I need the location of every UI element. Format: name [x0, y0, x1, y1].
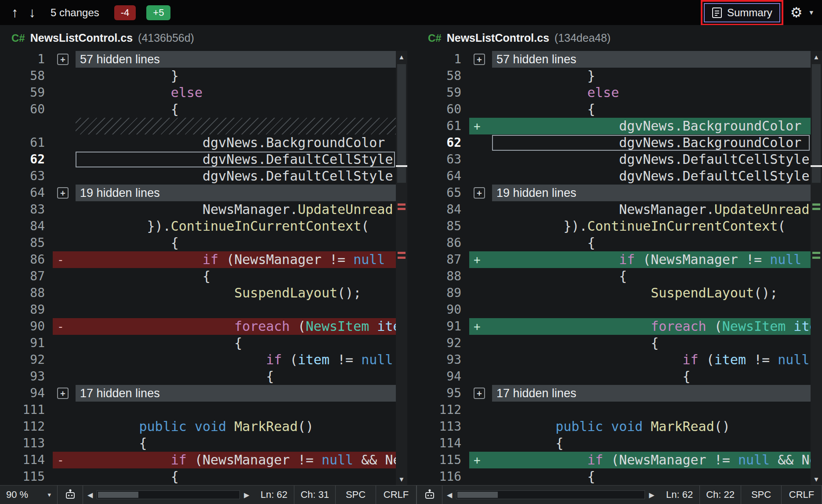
code-line[interactable]: 94 { [416, 368, 811, 385]
code-line[interactable]: 58 } [0, 68, 396, 84]
code-text: if (NewsManager != null && New [492, 452, 811, 468]
code-line[interactable]: 64 dgvNews.DefaultCellStyle [416, 168, 811, 185]
code-line[interactable]: 87+ if (NewsManager != null [416, 251, 811, 268]
code-line[interactable]: 88 SuspendLayout(); [0, 285, 396, 301]
code-line[interactable]: 61+ dgvNews.BackgroundColor [416, 118, 811, 134]
code-line[interactable]: 91+ foreach (NewsItem item [416, 318, 811, 335]
hidden-lines-row[interactable]: 94+17 hidden lines [0, 385, 396, 402]
code-line[interactable]: 86 { [416, 235, 811, 251]
horizontal-scrollbar[interactable] [97, 490, 240, 499]
code-line[interactable]: 113 public void MarkRead() [416, 418, 811, 435]
code-line[interactable]: 84 }).ContinueInCurrentContext( [0, 218, 396, 235]
code-line[interactable]: 114 { [416, 435, 811, 452]
code-line[interactable]: 112 [416, 402, 811, 418]
code-line[interactable]: 90- foreach (NewsItem item [0, 318, 396, 335]
hidden-lines-row[interactable]: 95+17 hidden lines [416, 385, 811, 402]
settings-dropdown-caret-icon[interactable]: ▾ [809, 8, 813, 17]
expand-fold-icon[interactable]: + [57, 388, 69, 399]
code-line[interactable]: 62 dgvNews.DefaultCellStyle [0, 151, 396, 168]
code-line[interactable]: 60 { [416, 101, 811, 118]
code-line[interactable]: 90 [416, 301, 811, 318]
code-line[interactable]: 112 public void MarkRead() [0, 418, 396, 435]
code-line[interactable]: 93 if (item != null [416, 352, 811, 368]
code-line[interactable]: 59 else [416, 84, 811, 101]
code-line[interactable]: 63 dgvNews.DefaultCellStyle [0, 168, 396, 185]
scroll-up-icon[interactable]: ▲ [811, 53, 822, 61]
code-line[interactable]: 113 { [0, 435, 396, 452]
line-number: 111 [0, 402, 53, 418]
code-line[interactable]: 84 NewsManager.UpdateUnread [416, 201, 811, 218]
scroll-up-icon[interactable]: ▲ [396, 53, 407, 61]
right-file-header: C# NewsListControl.cs (134dea48) [416, 25, 822, 51]
summary-button[interactable]: Summary [704, 3, 780, 22]
code-line[interactable]: 114- if (NewsManager != null && New [0, 452, 396, 468]
expand-fold-icon[interactable]: + [474, 187, 485, 199]
line-number: 61 [0, 134, 53, 151]
code-line[interactable]: 88 { [416, 268, 811, 285]
expand-fold-icon[interactable]: + [57, 187, 69, 199]
code-line[interactable]: 86- if (NewsManager != null [0, 251, 396, 268]
line-number: 112 [0, 418, 53, 435]
hscrollbar-thumb[interactable] [98, 492, 138, 498]
hidden-lines-row[interactable]: 1+57 hidden lines [0, 51, 396, 68]
hscroll-left-icon[interactable]: ◀ [447, 491, 452, 499]
code-line[interactable]: 111 [0, 402, 396, 418]
hscroll-left-icon[interactable]: ◀ [87, 491, 93, 499]
code-line[interactable]: 92 { [416, 335, 811, 352]
code-line[interactable]: 59 else [0, 84, 396, 101]
overview-ruler-diff-mark [398, 257, 406, 259]
fold-gutter [53, 151, 76, 168]
code-text: dgvNews.DefaultCellStyle [492, 151, 811, 168]
vertical-scrollbar[interactable]: ▲ ▼ [811, 51, 822, 485]
previous-change-button[interactable]: ↑ [11, 5, 18, 21]
eol-mode-indicator[interactable]: CRLF [782, 486, 822, 504]
code-line[interactable]: 58 } [416, 68, 811, 84]
code-line[interactable]: 115 { [0, 468, 396, 485]
scroll-down-icon[interactable]: ▼ [396, 475, 407, 483]
copilot-button[interactable] [417, 486, 442, 504]
left-editor[interactable]: 1+57 hidden lines58 }59 else60 {61 dgvNe… [0, 51, 416, 485]
code-line[interactable]: 83 NewsManager.UpdateUnread [0, 201, 396, 218]
expand-fold-icon[interactable]: + [474, 54, 485, 65]
hscroll-right-icon[interactable]: ▶ [649, 491, 654, 499]
code-line[interactable]: 63 dgvNews.DefaultCellStyle [416, 151, 811, 168]
hscroll-right-icon[interactable]: ▶ [244, 491, 249, 499]
copilot-button[interactable] [58, 486, 83, 504]
fold-gutter [469, 168, 492, 185]
next-change-button[interactable]: ↓ [29, 5, 36, 21]
fold-gutter [469, 435, 492, 452]
deletions-badge: -4 [114, 5, 136, 20]
code-line[interactable]: 62 dgvNews.BackgroundColor [416, 134, 811, 151]
code-line[interactable]: 92 if (item != null [0, 352, 396, 368]
expand-fold-icon[interactable]: + [57, 54, 69, 65]
code-line[interactable]: 85 }).ContinueInCurrentContext( [416, 218, 811, 235]
fold-gutter [469, 301, 492, 318]
zoom-selector[interactable]: 90 % ▾ [0, 486, 58, 504]
fold-gutter [53, 435, 76, 452]
right-editor[interactable]: 1+57 hidden lines58 }59 else60 {61+ dgvN… [416, 51, 822, 485]
code-line[interactable]: 87 { [0, 268, 396, 285]
scroll-down-icon[interactable]: ▼ [811, 475, 822, 483]
whitespace-mode-indicator[interactable]: SPC [741, 486, 782, 504]
code-line[interactable]: 60 { [0, 101, 396, 118]
code-line[interactable]: 93 { [0, 368, 396, 385]
hidden-lines-row[interactable]: 65+19 hidden lines [416, 185, 811, 201]
code-line[interactable]: 61 dgvNews.BackgroundColor [0, 134, 396, 151]
settings-gear-icon[interactable]: ⚙ [790, 6, 803, 19]
hidden-lines-row[interactable]: 64+19 hidden lines [0, 185, 396, 201]
eol-mode-indicator[interactable]: CRLF [376, 486, 416, 504]
expand-fold-icon[interactable]: + [474, 388, 485, 399]
vertical-scrollbar[interactable]: ▲ ▼ [396, 51, 407, 485]
code-line[interactable]: 116 { [416, 468, 811, 485]
whitespace-mode-indicator[interactable]: SPC [336, 486, 376, 504]
code-line[interactable]: 91 { [0, 335, 396, 352]
code-line[interactable]: 89 SuspendLayout(); [416, 285, 811, 301]
hidden-lines-row[interactable]: 1+57 hidden lines [416, 51, 811, 68]
line-number: 92 [0, 352, 53, 368]
diff-spacer-row[interactable] [0, 118, 396, 134]
code-line[interactable]: 115+ if (NewsManager != null && New [416, 452, 811, 468]
hscrollbar-thumb[interactable] [457, 492, 498, 498]
horizontal-scrollbar[interactable] [456, 490, 645, 499]
code-line[interactable]: 85 { [0, 235, 396, 251]
code-line[interactable]: 89 [0, 301, 396, 318]
